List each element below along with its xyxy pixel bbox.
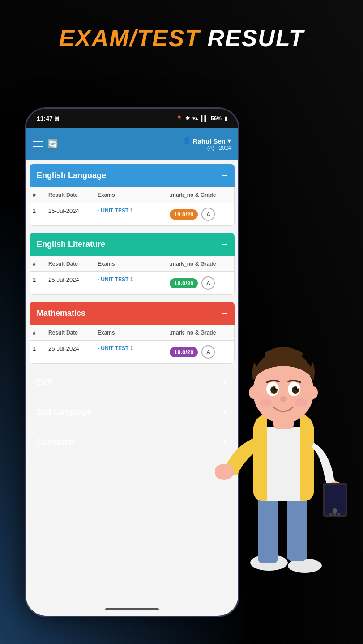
- subject-toggle-english-literature: −: [222, 239, 227, 250]
- location-icon: 📍: [176, 115, 183, 122]
- svg-point-13: [337, 513, 340, 516]
- wifi-icon: ▾▴: [192, 115, 198, 122]
- title-orange: EXAM/TEST: [59, 25, 200, 51]
- col-num-math: #: [30, 325, 46, 340]
- subject-section-english-literature: English Literature − # Result Date Exams…: [30, 233, 235, 295]
- title-white: RESULT: [200, 25, 304, 51]
- subject-title-english-literature: English Literature: [37, 240, 105, 249]
- svg-point-12: [333, 513, 336, 516]
- svg-point-17: [265, 350, 282, 359]
- row-date: 25-Jul-2024: [46, 203, 95, 225]
- table-header-row-math: # Result Date Exams .mark_no & Grade: [30, 325, 234, 341]
- svg-rect-2: [258, 492, 278, 564]
- row-exam-math: - UNIT TEST 1: [95, 341, 167, 363]
- subject-toggle-english-language: −: [222, 170, 227, 181]
- status-icons: 📍 ✱ ▾▴ ▌▌ 56% ▮: [176, 115, 227, 122]
- svg-point-10: [333, 508, 337, 513]
- header-left: 🔄: [33, 139, 59, 149]
- svg-point-28: [259, 398, 272, 407]
- table-row-lit: 1 25-Jul-2024 - UNIT TEST 1 18.0/20 A: [30, 272, 234, 294]
- signal-icon: ▌▌: [201, 115, 208, 122]
- battery-icon: ▮: [224, 115, 227, 122]
- user-icon: 👤: [183, 137, 191, 145]
- col-exams-math: Exams: [95, 325, 167, 340]
- svg-point-25: [275, 387, 277, 389]
- collapsed-title-2nd-language: 2nd Language: [37, 407, 91, 417]
- dropdown-icon: ▾: [227, 137, 231, 145]
- row-date-math: 25-Jul-2024: [46, 341, 95, 363]
- svg-point-6: [215, 464, 234, 480]
- col-num: #: [30, 187, 46, 203]
- table-row-math: 1 25-Jul-2024 - UNIT TEST 1 19.0/20 A: [30, 341, 234, 363]
- collapsed-title-computer: Computer: [37, 437, 75, 447]
- svg-point-29: [295, 398, 307, 407]
- result-table-english-language: # Result Date Exams .mark_no & Grade 1 2…: [30, 187, 235, 226]
- phone-frame: 11:47 🖼 📍 ✱ ▾▴ ▌▌ 56% ▮ 🔄 👤 Rahul Sen ▾ …: [25, 107, 239, 617]
- subject-header-english-language[interactable]: English Language −: [30, 164, 235, 187]
- mark-badge-math: 19.0/20: [170, 347, 198, 357]
- refresh-button[interactable]: 🔄: [47, 139, 59, 149]
- app-header: 🔄 👤 Rahul Sen ▾ I (A) - 2024: [26, 128, 238, 160]
- status-bar: 11:47 🖼 📍 ✱ ▾▴ ▌▌ 56% ▮: [26, 109, 238, 128]
- col-num-lit: #: [30, 256, 46, 271]
- svg-point-30: [249, 386, 258, 399]
- subject-header-mathematics[interactable]: Mathematics −: [30, 302, 235, 325]
- result-table-english-literature: # Result Date Exams .mark_no & Grade 1 2…: [30, 256, 235, 295]
- col-exams: Exams: [95, 187, 167, 203]
- svg-rect-5: [260, 427, 307, 501]
- col-mark-grade-lit: .mark_no & Grade: [167, 256, 234, 271]
- hamburger-menu[interactable]: [33, 141, 43, 147]
- table-row: 1 25-Jul-2024 - UNIT TEST 1 19.0/20 A: [30, 203, 234, 225]
- user-class: I (A) - 2024: [183, 145, 231, 151]
- collapsed-section-computer[interactable]: Computer +: [30, 431, 235, 453]
- col-mark-grade: .mark_no & Grade: [167, 187, 234, 203]
- svg-point-11: [329, 513, 332, 516]
- svg-point-31: [309, 386, 318, 399]
- col-date-lit: Result Date: [46, 256, 95, 271]
- row-num-math: 1: [30, 341, 46, 363]
- mark-badge-lit: 18.0/20: [170, 278, 198, 288]
- row-exam: - UNIT TEST 1: [95, 203, 167, 225]
- collapsed-section-2nd-language[interactable]: 2nd Language +: [30, 401, 235, 424]
- row-num: 1: [30, 203, 46, 225]
- collapsed-section-evs[interactable]: EVS +: [30, 371, 235, 394]
- character-illustration: [215, 318, 363, 586]
- page-title: EXAM/TEST RESULT: [0, 25, 363, 51]
- collapsed-title-evs: EVS: [37, 377, 53, 387]
- table-header-row-lit: # Result Date Exams .mark_no & Grade: [30, 256, 234, 272]
- svg-rect-3: [287, 492, 307, 561]
- bluetooth-icon: ✱: [185, 115, 190, 122]
- col-date-math: Result Date: [46, 325, 95, 340]
- svg-point-18: [285, 350, 303, 359]
- result-table-mathematics: # Result Date Exams .mark_no & Grade 1 2…: [30, 325, 235, 364]
- svg-point-27: [280, 396, 287, 402]
- subject-section-english-language: English Language − # Result Date Exams .…: [30, 164, 235, 226]
- mark-badge: 19.0/20: [170, 209, 198, 220]
- subject-toggle-mathematics: −: [222, 308, 227, 318]
- row-num-lit: 1: [30, 272, 46, 294]
- row-exam-lit: - UNIT TEST 1: [95, 272, 167, 294]
- user-name: 👤 Rahul Sen ▾: [183, 137, 231, 145]
- col-date: Result Date: [46, 187, 95, 203]
- grade-circle-math: A: [201, 345, 215, 359]
- table-header-row: # Result Date Exams .mark_no & Grade: [30, 187, 234, 203]
- row-date-lit: 25-Jul-2024: [46, 272, 95, 294]
- grade-circle-lit: A: [201, 276, 215, 290]
- subject-section-mathematics: Mathematics − # Result Date Exams .mark_…: [30, 302, 235, 364]
- subject-title-english-language: English Language: [37, 171, 106, 180]
- subject-header-english-literature[interactable]: English Literature −: [30, 233, 235, 256]
- subject-title-mathematics: Mathematics: [37, 309, 85, 318]
- phone-screen: English Language − # Result Date Exams .…: [26, 160, 238, 616]
- svg-point-26: [297, 387, 299, 389]
- row-mark-grade: 19.0/20 A: [167, 203, 234, 225]
- row-mark-grade-lit: 18.0/20 A: [167, 272, 234, 294]
- col-exams-lit: Exams: [95, 256, 167, 271]
- header-right: 👤 Rahul Sen ▾ I (A) - 2024: [183, 137, 231, 151]
- status-time: 11:47 🖼: [37, 115, 59, 122]
- grade-circle: A: [201, 208, 215, 221]
- home-indicator: [105, 608, 159, 610]
